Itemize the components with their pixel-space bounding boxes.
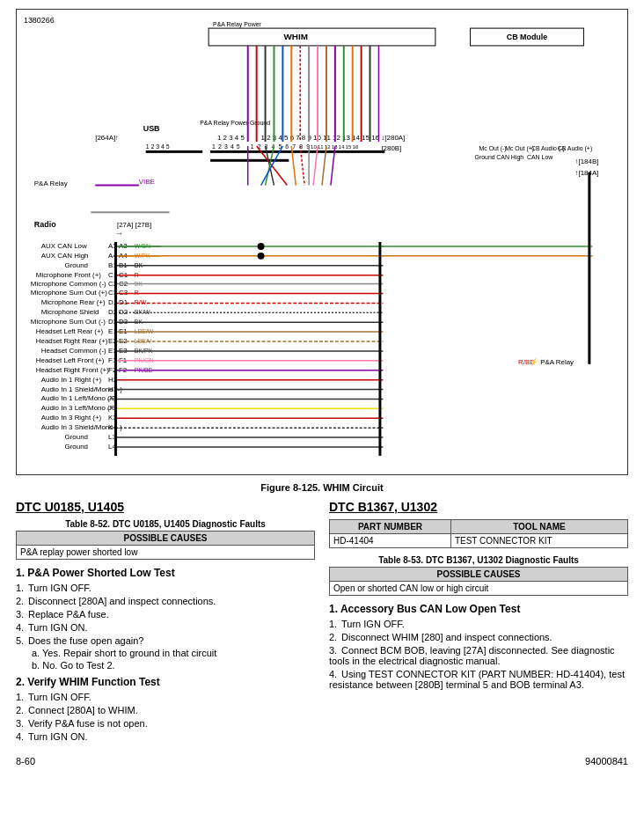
svg-text:Audio In 3 Right (+): Audio In 3 Right (+) bbox=[41, 414, 102, 422]
svg-text:Headset Left Rear (+): Headset Left Rear (+) bbox=[36, 327, 104, 335]
test1-title-left: 1. P&A Power Shorted Low Test bbox=[16, 567, 315, 579]
step-item: 2.Disconnect WHIM [280] and inspect conn… bbox=[329, 632, 628, 642]
step-item: 1.Turn IGN OFF. bbox=[329, 619, 628, 629]
step-item: 4.Using TEST CONNECTOR KIT (PART NUMBER:… bbox=[329, 669, 628, 690]
fault-table-right: POSSIBLE CAUSES Open or shorted CAN low … bbox=[329, 567, 628, 596]
test2-steps-left: 1.Turn IGN OFF. 2.Connect [280A] to WHIM… bbox=[16, 692, 315, 742]
svg-text:1: 1 bbox=[251, 143, 254, 150]
fault-table-title-left: Table 8-52. DTC U0185, U1405 Diagnostic … bbox=[16, 519, 315, 529]
part-number-label: 1380266 bbox=[24, 16, 55, 25]
svg-text:Mc Out (-): Mc Out (-) bbox=[479, 145, 506, 152]
step-item: 3.Replace P&A fuse. bbox=[16, 609, 315, 620]
svg-text:Ground: Ground bbox=[65, 433, 88, 441]
svg-text:P&A Relay: P&A Relay bbox=[34, 180, 68, 187]
possible-causes-header-right: POSSIBLE CAUSES bbox=[330, 568, 628, 582]
step-item: 2.Disconnect [280A] and inspect connecti… bbox=[16, 596, 315, 606]
svg-text:↓[280A]: ↓[280A] bbox=[381, 134, 405, 142]
step-item: 1.Turn IGN OFF. bbox=[16, 583, 315, 593]
svg-text:↑[184A]: ↑[184A] bbox=[575, 169, 599, 177]
svg-text:2: 2 bbox=[218, 143, 222, 150]
svg-text:P&A Relay Power: P&A Relay Power bbox=[213, 21, 261, 28]
step-item: 1.Turn IGN OFF. bbox=[16, 692, 315, 702]
svg-text:Ground: Ground bbox=[65, 443, 88, 451]
doc-number: 94000841 bbox=[585, 756, 628, 766]
page-footer: 8-60 94000841 bbox=[16, 756, 628, 766]
svg-text:Microphone Common (-): Microphone Common (-) bbox=[31, 280, 106, 288]
svg-text:1 2 3 4 5: 1 2 3 4 5 bbox=[217, 134, 245, 142]
step-item: 5.Does the fuse open again? a. Yes. Repa… bbox=[16, 635, 315, 671]
step-item: 2.Connect [280A] to WHIM. bbox=[16, 705, 315, 715]
svg-text:Headset Right Front (+): Headset Right Front (+) bbox=[36, 366, 109, 374]
sub-item: a. Yes. Repair short to ground in that c… bbox=[32, 648, 315, 658]
svg-text:Ground: Ground bbox=[65, 261, 88, 269]
svg-text:↑[184B]: ↑[184B] bbox=[575, 158, 599, 165]
test1-steps-right: 1.Turn IGN OFF. 2.Disconnect WHIM [280] … bbox=[329, 619, 628, 690]
test1-steps-left: 1.Turn IGN OFF. 2.Disconnect [280A] and … bbox=[16, 583, 315, 671]
svg-text:10: 10 bbox=[311, 144, 317, 150]
svg-rect-0 bbox=[209, 28, 435, 46]
svg-text:VIBE: VIBE bbox=[139, 178, 155, 186]
step-item: 4.Turn IGN ON. bbox=[16, 731, 315, 742]
page-number: 8-60 bbox=[16, 756, 35, 766]
tool-name-cell: TEST CONNECTOR KIT bbox=[450, 534, 627, 548]
svg-rect-114 bbox=[378, 242, 381, 456]
svg-text:3: 3 bbox=[224, 143, 228, 150]
svg-text:→: → bbox=[115, 229, 123, 238]
sub-item: b. No. Go to Test 2. bbox=[32, 660, 315, 671]
svg-text:CAN High: CAN High bbox=[496, 154, 523, 161]
svg-point-144 bbox=[258, 243, 265, 250]
svg-rect-12 bbox=[91, 211, 169, 213]
svg-text:14: 14 bbox=[339, 144, 345, 150]
dtc-title-right: DTC B1367, U1302 bbox=[329, 500, 628, 514]
svg-text:Mc Out (+): Mc Out (+) bbox=[505, 145, 534, 152]
svg-text:Microphone Sum Out (-): Microphone Sum Out (-) bbox=[31, 318, 106, 326]
svg-text:7: 7 bbox=[292, 143, 296, 150]
step-item: 4.Turn IGN ON. bbox=[16, 622, 315, 633]
possible-causes-header-left: POSSIBLE CAUSES bbox=[17, 532, 315, 546]
svg-point-145 bbox=[258, 253, 265, 260]
svg-text:5: 5 bbox=[237, 143, 240, 150]
two-column-layout: DTC U0185, U1405 Table 8-52. DTC U0185, … bbox=[16, 500, 628, 747]
svg-text:4: 4 bbox=[231, 143, 234, 150]
svg-text:Audio In 3 Left/Mono (+): Audio In 3 Left/Mono (+) bbox=[41, 404, 117, 412]
svg-text:CB Audio (+): CB Audio (+) bbox=[558, 145, 593, 152]
svg-rect-170 bbox=[210, 150, 384, 153]
svg-text:WHIM: WHIM bbox=[283, 32, 308, 41]
part-number-cell: HD-41404 bbox=[330, 534, 451, 548]
svg-text:AUX CAN High: AUX CAN High bbox=[41, 252, 89, 260]
svg-text:Ground: Ground bbox=[475, 154, 495, 160]
svg-rect-113 bbox=[114, 242, 117, 456]
svg-text:USB: USB bbox=[143, 124, 160, 133]
svg-text:15: 15 bbox=[346, 144, 352, 150]
svg-text:Microphone Front (+): Microphone Front (+) bbox=[36, 271, 102, 279]
svg-rect-172 bbox=[146, 150, 202, 153]
svg-rect-171 bbox=[210, 159, 289, 162]
svg-text:Radio: Radio bbox=[34, 220, 56, 229]
whim-circuit-svg: 1380266 WHIM P&A Relay Power P&A Relay P… bbox=[17, 10, 627, 474]
svg-rect-148 bbox=[588, 172, 590, 364]
test1-title-right: 1. Accessory Bus CAN Low Open Test bbox=[329, 603, 628, 615]
svg-text:P&A Relay Power Ground: P&A Relay Power Ground bbox=[200, 120, 270, 127]
svg-text:1 2 3 4 5: 1 2 3 4 5 bbox=[146, 143, 170, 150]
right-column: DTC B1367, U1302 PART NUMBER TOOL NAME H… bbox=[329, 500, 628, 747]
svg-text:Headset Right Rear (+): Headset Right Rear (+) bbox=[36, 337, 108, 345]
page: 1380266 WHIM P&A Relay Power P&A Relay P… bbox=[0, 0, 644, 836]
svg-text:Microphone Rear (+): Microphone Rear (+) bbox=[41, 298, 106, 306]
svg-text:Audio In 1 Left/Mono (+): Audio In 1 Left/Mono (+) bbox=[41, 394, 117, 402]
svg-text:6: 6 bbox=[285, 143, 289, 150]
svg-text:11: 11 bbox=[318, 144, 324, 150]
step-item: 3.Connect BCM BOB, leaving [27A] disconn… bbox=[329, 645, 628, 666]
svg-text:⚡ P&A Relay: ⚡ P&A Relay bbox=[530, 357, 574, 366]
fault-row-left: P&A replay power shorted low bbox=[17, 546, 315, 560]
left-column: DTC U0185, U1405 Table 8-52. DTC U0185, … bbox=[16, 500, 315, 747]
svg-text:[264A]↑: [264A]↑ bbox=[95, 134, 119, 142]
part-number-header: PART NUMBER bbox=[330, 520, 451, 534]
fault-table-left: POSSIBLE CAUSES P&A replay power shorted… bbox=[16, 531, 315, 560]
svg-text:Headset Common (-): Headset Common (-) bbox=[41, 347, 106, 355]
dtc-title-left: DTC U0185, U1405 bbox=[16, 500, 315, 514]
test2-title-left: 2. Verify WHIM Function Test bbox=[16, 676, 315, 688]
svg-text:1: 1 bbox=[212, 143, 216, 150]
svg-text:16: 16 bbox=[353, 144, 359, 150]
svg-text:Microphone Shield: Microphone Shield bbox=[41, 308, 99, 316]
fault-row-right: Open or shorted CAN low or high circuit bbox=[330, 582, 628, 596]
